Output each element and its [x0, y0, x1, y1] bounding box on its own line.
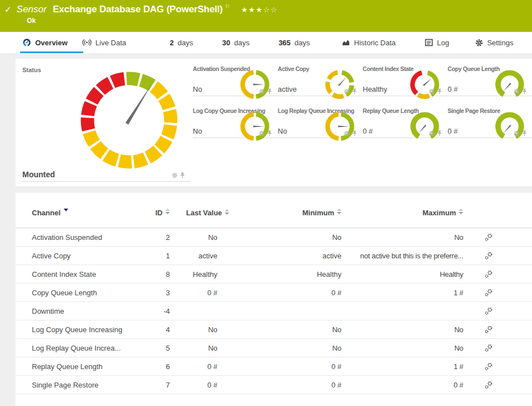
status-gauge-panel[interactable]: Status Mounted [16, 59, 187, 186]
cell-max: No [341, 344, 463, 352]
panel-gear-button[interactable] [259, 88, 265, 95]
tab-settings[interactable]: Settings [475, 32, 514, 53]
col-header-id[interactable]: ID [138, 209, 170, 217]
cell-id: -4 [138, 307, 170, 315]
gauge-panel-content-index-state[interactable]: Content Index StateHealthy [363, 62, 448, 96]
panel-pin-button[interactable] [267, 130, 272, 136]
cell-min: No [217, 344, 341, 352]
panel-pin-button[interactable] [267, 88, 272, 95]
table-row-content-index-state[interactable]: Content Index State8HealthyHealthyHealth… [16, 265, 532, 284]
gauge-panel-copy-queue-length[interactable]: Copy Queue Length0 # [448, 62, 532, 96]
panel-pin-button[interactable] [352, 130, 357, 136]
sort-desc-icon [64, 209, 68, 211]
table-row-activation-suspended[interactable]: Activation Suspended2NoNoNo [16, 228, 532, 247]
channel-settings-button[interactable] [484, 289, 493, 297]
gauge-panel-log-copy-queue-increasing[interactable]: Log Copy Queue IncreasingNo [193, 103, 278, 138]
panel-pin-button[interactable] [437, 130, 442, 136]
panel-gear-button[interactable] [344, 88, 350, 95]
gears-icon [484, 381, 493, 389]
divider [21, 181, 191, 182]
channel-settings-button[interactable] [484, 270, 493, 278]
pin-icon [352, 130, 357, 136]
cell-max: not active but this is the preferre... [341, 252, 463, 260]
tab-label: days [234, 39, 249, 47]
sensor-header: ✓ Sensor Exchange Database DAG (PowerShe… [0, 0, 532, 32]
mini-gear-icon [259, 130, 265, 136]
panel-pin-button[interactable] [437, 88, 442, 95]
channel-settings-button[interactable] [484, 307, 493, 315]
mini-gear-icon [514, 88, 520, 95]
tab-label: days [294, 39, 310, 47]
panel-gear-button[interactable] [514, 88, 520, 95]
table-row-copy-queue-length[interactable]: Copy Queue Length30 #0 #1 # [16, 284, 532, 302]
channel-settings-button[interactable] [484, 325, 493, 334]
cell-max: 1 # [341, 362, 463, 371]
tab-log[interactable]: Log [425, 32, 449, 53]
col-header-label: Last Value [186, 209, 222, 217]
cell-channel: Downtime [32, 307, 138, 315]
panel-gear-button[interactable] [429, 130, 435, 136]
channel-gauge [493, 68, 526, 101]
gauge-panel-log-replay-queue-increasing[interactable]: Log Replay Queue IncreasingNo [278, 103, 363, 138]
gauge-panel-activation-suspended[interactable]: Activation SuspendedNo [193, 62, 278, 96]
channel-gauge [493, 110, 526, 143]
table-row-log-replay-queue-increa[interactable]: Log Replay Queue Increa...5NoNoNo [16, 339, 532, 357]
channel-settings-button[interactable] [484, 381, 493, 389]
pin-icon [352, 88, 357, 95]
panel-gear-button[interactable] [429, 88, 435, 95]
tab-30-days[interactable]: 30days [222, 32, 249, 53]
priority-stars[interactable]: ★★★☆☆ [241, 6, 278, 14]
gauge-panel-active-copy[interactable]: Active Copyactive [278, 62, 363, 96]
mini-gear-icon [259, 88, 265, 95]
tab-live-data[interactable]: Live Data [82, 32, 126, 53]
panel-pin-button[interactable] [352, 88, 357, 95]
status-value: Mounted [22, 170, 55, 179]
channel-gauge [324, 68, 356, 101]
col-header-minimum[interactable]: Minimum [217, 209, 341, 217]
cell-id: 3 [138, 289, 170, 297]
channel-table-header: ChannelIDLast ValueMinimumMaximum [16, 193, 532, 228]
col-header-maximum[interactable]: Maximum [341, 209, 463, 217]
panel-gear-button[interactable] [344, 130, 350, 136]
pin-icon [522, 88, 527, 95]
channel-settings-button[interactable] [484, 233, 493, 242]
cell-channel: Replay Queue Length [32, 362, 138, 371]
cell-min: 0 # [217, 362, 341, 371]
tab-365-days[interactable]: 365days [278, 32, 310, 53]
gauge-panel-replay-queue-length[interactable]: Replay Queue Length0 # [363, 103, 448, 138]
panel-gear-button[interactable] [172, 172, 178, 178]
priority-flag-icon[interactable]: ⚐ [225, 3, 230, 10]
tab-label: Overview [35, 39, 68, 47]
channel-settings-button[interactable] [484, 252, 493, 260]
col-header-channel[interactable]: Channel [32, 209, 138, 217]
col-header-last-value[interactable]: Last Value [170, 209, 217, 218]
cell-settings [463, 381, 514, 389]
cell-channel: Content Index State [32, 270, 138, 278]
tab-overview[interactable]: Overview [22, 32, 68, 53]
table-row-log-copy-queue-increasing[interactable]: Log Copy Queue Increasing4NoNoNo [16, 320, 532, 339]
ok-check-icon: ✓ [4, 4, 12, 15]
panel-gear-button[interactable] [259, 130, 265, 136]
gauge-panel-single-page-restore[interactable]: Single Page Restore0 # [448, 103, 532, 138]
table-row-single-page-restore[interactable]: Single Page Restore70 #0 #0 # [16, 376, 532, 394]
gauge-panel-value: No [193, 127, 202, 135]
cell-last: Healthy [170, 270, 217, 278]
channel-settings-button[interactable] [484, 344, 493, 352]
channel-gauge [408, 110, 441, 143]
panel-gear-button[interactable] [514, 130, 520, 136]
sort-icon [337, 209, 341, 217]
panel-pin-button[interactable] [522, 130, 527, 136]
table-row-active-copy[interactable]: Active Copy1activeactivenot active but t… [16, 247, 532, 265]
gauge-icon [22, 38, 31, 47]
panel-pin-button[interactable] [522, 88, 527, 95]
tab-2-days[interactable]: 2days [170, 32, 193, 53]
table-row-downtime[interactable]: Downtime-4 [16, 302, 532, 320]
mini-gear-icon [429, 130, 435, 136]
gauge-panel-value: Healthy [363, 85, 387, 93]
gears-icon [484, 325, 493, 334]
channel-settings-button[interactable] [484, 362, 493, 371]
cell-channel: Log Replay Queue Increa... [32, 344, 138, 352]
table-row-replay-queue-length[interactable]: Replay Queue Length60 #0 #1 # [16, 357, 532, 376]
tab-historic-data[interactable]: Historic Data [341, 32, 396, 53]
panel-pin-button[interactable] [180, 172, 185, 178]
